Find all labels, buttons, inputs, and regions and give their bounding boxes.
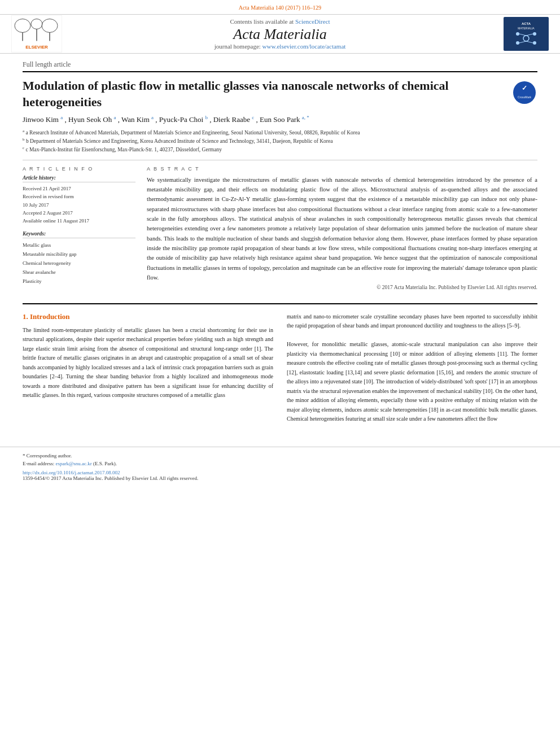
revised-date: 10 July 2017: [23, 201, 135, 209]
svg-point-13: [533, 32, 536, 36]
article-info-label: A R T I C L E I N F O: [23, 166, 135, 172]
authors-line: Jinwoo Kim a , Hyun Seok Oh a , Wan Kim …: [23, 115, 537, 124]
homepage-link[interactable]: www.elsevier.com/locate/actamat: [262, 43, 346, 50]
journal-main-title: Acta Materialia: [215, 26, 346, 43]
accepted-date: Accepted 2 August 2017: [23, 209, 135, 217]
received-date: Received 21 April 2017: [23, 185, 135, 193]
journal-header: Acta Materialia 140 (2017) 116–129: [0, 0, 560, 15]
keyword-3: Chemical heterogeneity: [23, 259, 135, 268]
info-abstract-section: A R T I C L E I N F O Article history: R…: [23, 160, 537, 292]
elsevier-logo-icon: ELSEVIER: [11, 16, 62, 53]
abstract-label: A B S T R A C T: [147, 166, 537, 172]
revised-label: Received in revised form: [23, 193, 135, 200]
abstract-text: We systematically investigate the micros…: [147, 175, 537, 282]
section-title: 1. Introduction: [23, 312, 273, 321]
crossmark-badge: ✓ CrossMark: [512, 80, 537, 108]
footer-doi: http://dx.doi.org/10.1016/j.actamat.2017…: [23, 470, 537, 475]
keywords-block: Keywords: Metallic glass Metastable misc…: [23, 231, 135, 286]
affiliations: a a Research Institute of Advanced Mater…: [23, 128, 537, 154]
footer-email-link[interactable]: espark@snu.ac.kr: [55, 461, 91, 466]
journal-title-center: Contents lists available at ScienceDirec…: [215, 18, 346, 50]
svg-text:MATERIALIA: MATERIALIA: [518, 27, 535, 30]
abstract-column: A B S T R A C T We systematically invest…: [147, 166, 537, 292]
article-title: Modulation of plastic flow in metallic g…: [23, 78, 506, 110]
intro-body-right: matrix and nano-to micrometer scale crys…: [287, 312, 537, 424]
journal-title-bar: ELSEVIER Contents lists available at Sci…: [0, 15, 560, 54]
intro-body-left: The limited room-temperature plasticity …: [23, 326, 273, 400]
copyright-line: © 2017 Acta Materialia Inc. Published by…: [147, 285, 537, 290]
keyword-5: Plasticity: [23, 277, 135, 286]
keywords-list: Metallic glass Metastable miscibility ga…: [23, 241, 135, 286]
article-history-block: Article history: Received 21 April 2017 …: [23, 175, 135, 225]
intro-col-right: matrix and nano-to micrometer scale crys…: [287, 312, 537, 424]
svg-point-14: [516, 41, 519, 45]
footer-corresponding: * Corresponding author.: [23, 452, 537, 460]
journal-homepage: journal homepage: www.elsevier.com/locat…: [215, 43, 346, 50]
footer-email: E-mail address: espark@snu.ac.kr (E.S. P…: [23, 460, 537, 468]
intro-two-col: 1. Introduction The limited room-tempera…: [23, 312, 537, 424]
svg-text:ACTA: ACTA: [522, 22, 531, 25]
svg-text:CrossMark: CrossMark: [518, 95, 532, 99]
svg-point-12: [516, 32, 519, 36]
footer-issn: 1359-6454/© 2017 Acta Materialia Inc. Pu…: [23, 475, 537, 481]
article-info-column: A R T I C L E I N F O Article history: R…: [23, 166, 135, 292]
acta-materialia-logo: ACTA MATERIALIA: [504, 17, 549, 51]
keyword-1: Metallic glass: [23, 241, 135, 250]
article-history-title: Article history:: [23, 175, 135, 182]
affiliation-c: c c Max-Planck-Institut für Eisenforschu…: [23, 145, 537, 154]
doi-link[interactable]: http://dx.doi.org/10.1016/j.actamat.2017…: [23, 470, 120, 475]
acta-materialia-logo-icon: ACTA MATERIALIA: [504, 17, 549, 51]
sciencedirect-link[interactable]: ScienceDirect: [295, 18, 330, 25]
svg-text:ELSEVIER: ELSEVIER: [25, 45, 48, 50]
keywords-title: Keywords:: [23, 231, 135, 238]
page: Acta Materialia 140 (2017) 116–129 ELSEV…: [0, 0, 560, 747]
svg-text:✓: ✓: [522, 84, 527, 92]
contents-available: Contents lists available at ScienceDirec…: [215, 18, 346, 25]
article-content: Full length article Modulation of plasti…: [0, 54, 560, 435]
page-footer: * Corresponding author. E-mail address: …: [0, 447, 560, 482]
introduction-section: 1. Introduction The limited room-tempera…: [23, 303, 537, 424]
journal-ref: Acta Materialia 140 (2017) 116–129: [11, 5, 549, 11]
keyword-4: Shear avalanche: [23, 268, 135, 277]
article-type: Full length article: [23, 60, 537, 72]
crossmark-icon: ✓ CrossMark: [512, 80, 537, 106]
affiliation-a: a a Research Institute of Advanced Mater…: [23, 128, 537, 137]
affiliation-b: b b Department of Materials Science and …: [23, 137, 537, 145]
svg-point-15: [533, 41, 536, 45]
intro-col-left: 1. Introduction The limited room-tempera…: [23, 312, 273, 424]
title-row: Modulation of plastic flow in metallic g…: [23, 78, 537, 115]
keyword-2: Metastable miscibility gap: [23, 250, 135, 259]
available-date: Available online 11 August 2017: [23, 217, 135, 225]
elsevier-logo-area: ELSEVIER: [11, 16, 62, 53]
